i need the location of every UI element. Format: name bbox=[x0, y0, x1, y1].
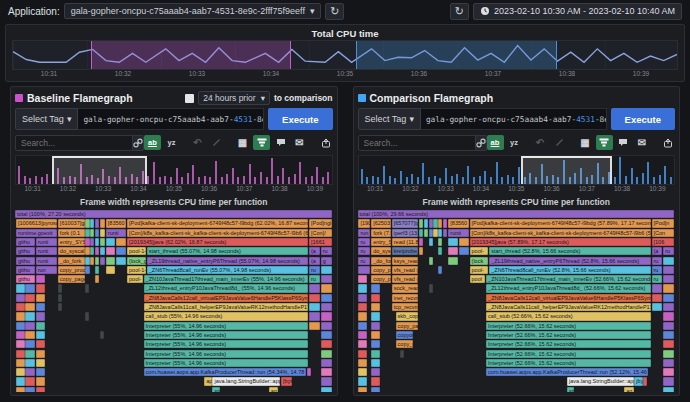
flame-frame[interactable] bbox=[90, 247, 94, 255]
flame-frame[interactable] bbox=[307, 368, 311, 376]
flame-frame[interactable]: fork (0.1 bbox=[58, 229, 85, 237]
flame-frame[interactable] bbox=[95, 219, 99, 227]
flame-frame[interactable]: [Pod]kafka-client-sk-deployment-6749f48c… bbox=[470, 219, 651, 227]
flame-frame[interactable] bbox=[419, 219, 423, 227]
timeline-chart[interactable] bbox=[12, 40, 678, 70]
flame-frame[interactable] bbox=[358, 377, 367, 385]
flame-frame[interactable] bbox=[90, 257, 94, 265]
flame-frame[interactable]: ag bbox=[269, 387, 279, 392]
flame-frame[interactable] bbox=[371, 350, 380, 358]
flame-frame[interactable]: Interpreter (55%, 14.96 seconds) bbox=[144, 331, 308, 339]
flame-frame[interactable] bbox=[321, 284, 332, 292]
flame-frame[interactable] bbox=[90, 229, 94, 237]
flame-frame[interactable]: vfs_read ( bbox=[392, 275, 418, 283]
flame-frame[interactable] bbox=[100, 247, 105, 255]
flame-frame[interactable] bbox=[36, 303, 46, 311]
flame-frame[interactable] bbox=[663, 350, 674, 358]
flame-frame[interactable] bbox=[106, 257, 116, 265]
flame-frame[interactable] bbox=[663, 377, 674, 385]
execute-button[interactable]: Execute bbox=[268, 108, 332, 130]
flame-frame[interactable]: [610037]gala bbox=[58, 219, 85, 227]
flame-frame[interactable] bbox=[663, 284, 674, 292]
flame-frame[interactable]: _ZN6Thread8call_runEv (55.07%, 14.98 sec… bbox=[147, 266, 308, 274]
flame-frame[interactable]: pool- bbox=[470, 247, 489, 255]
flame-frame[interactable] bbox=[448, 247, 458, 255]
flame-frame[interactable] bbox=[16, 322, 25, 330]
flame-frame[interactable] bbox=[419, 229, 423, 237]
flame-frame[interactable] bbox=[321, 312, 332, 320]
export-icon[interactable] bbox=[660, 135, 677, 150]
flame-frame[interactable] bbox=[85, 284, 89, 292]
flame-frame[interactable]: entry_SYS bbox=[371, 238, 391, 246]
flame-frame[interactable]: ru bbox=[321, 247, 332, 255]
flame-frame[interactable]: [83560 bbox=[106, 219, 126, 227]
flame-frame[interactable] bbox=[25, 312, 34, 320]
flame-frame[interactable] bbox=[419, 247, 423, 255]
flame-frame[interactable] bbox=[36, 340, 46, 348]
undo-icon[interactable]: ↶ bbox=[189, 135, 206, 150]
flame-frame[interactable] bbox=[100, 257, 105, 265]
flame-frame[interactable]: do_syscal bbox=[371, 247, 391, 255]
flame-frame[interactable]: copy_page bbox=[396, 322, 419, 330]
flame-frame[interactable] bbox=[429, 257, 433, 265]
flame-frame[interactable] bbox=[85, 312, 89, 320]
flame-frame[interactable]: sm bbox=[212, 387, 219, 392]
flame-frame[interactable]: run bbox=[36, 266, 57, 274]
flame-frame[interactable] bbox=[116, 257, 126, 265]
flame-frame[interactable]: tcp_recvmsg bbox=[392, 303, 418, 311]
flame-frame[interactable]: pool bbox=[470, 275, 486, 283]
flame-frame[interactable] bbox=[459, 238, 469, 246]
flame-frame[interactable]: total (100%, 29.66 seconds) bbox=[358, 210, 675, 218]
flame-frame[interactable] bbox=[36, 387, 46, 392]
flame-frame[interactable] bbox=[371, 312, 380, 320]
flame-frame[interactable] bbox=[106, 238, 116, 246]
flame-frame[interactable] bbox=[16, 350, 25, 358]
flame-frame[interactable] bbox=[358, 303, 367, 311]
table-view-icon[interactable]: ▦ bbox=[577, 135, 594, 150]
flame-frame[interactable]: ru bbox=[309, 266, 320, 274]
flame-frame[interactable] bbox=[16, 312, 25, 320]
flame-frame[interactable] bbox=[90, 238, 94, 246]
flame-frame[interactable]: [Pod]kafka-client-sk-deployment-6749f48c… bbox=[127, 219, 308, 227]
flame-frame[interactable] bbox=[16, 331, 25, 339]
flame-frame[interactable] bbox=[309, 312, 320, 320]
flame-frame[interactable] bbox=[371, 294, 380, 302]
flame-frame[interactable] bbox=[85, 257, 89, 265]
flame-frame[interactable]: _ZN6Thread8call_runEv (52.8%, 15.66 seco… bbox=[489, 266, 650, 274]
flame-frame[interactable] bbox=[438, 238, 442, 246]
flame-frame[interactable] bbox=[358, 266, 370, 274]
flame-frame[interactable] bbox=[429, 284, 433, 292]
flame-frame[interactable] bbox=[371, 368, 380, 376]
search-input[interactable] bbox=[15, 135, 133, 151]
flame-frame[interactable]: ksys_read (0 bbox=[392, 257, 418, 265]
flame-frame[interactable] bbox=[663, 331, 674, 339]
flame-frame[interactable] bbox=[419, 238, 423, 246]
flame-frame[interactable] bbox=[321, 340, 332, 348]
flame-frame[interactable] bbox=[100, 238, 105, 246]
flame-frame[interactable]: _ZL19thread_native_entryP6Thread (52.8%,… bbox=[489, 257, 650, 265]
flame-frame[interactable] bbox=[358, 340, 367, 348]
flame-frame[interactable] bbox=[321, 377, 332, 385]
execute-button[interactable]: Execute bbox=[611, 108, 675, 130]
flame-frame[interactable]: run bbox=[358, 229, 370, 237]
flame-frame[interactable] bbox=[663, 257, 674, 265]
comparison-minichart[interactable] bbox=[358, 155, 676, 185]
flame-frame[interactable]: [657077]iperf3 (14 bbox=[392, 219, 418, 227]
flame-frame[interactable] bbox=[16, 387, 25, 392]
flame-frame[interactable]: [byte_d bbox=[281, 377, 292, 385]
flame-frame[interactable] bbox=[663, 340, 674, 348]
flame-frame[interactable] bbox=[16, 377, 25, 385]
flame-frame[interactable] bbox=[321, 368, 332, 376]
flame-frame[interactable]: [2019345]java (62.02%, 16.87 seconds) bbox=[127, 238, 308, 246]
flame-frame[interactable]: _ZL19thread_native_entryP6Thread (55.07%… bbox=[147, 257, 308, 265]
flame-frame[interactable]: sm bbox=[567, 387, 574, 392]
flame-frame[interactable]: Interpreter (55%, 14.96 seconds) bbox=[144, 350, 308, 358]
flame-frame[interactable] bbox=[371, 387, 380, 392]
flame-frame[interactable]: jbyt bbox=[634, 377, 642, 385]
flame-frame[interactable]: start_thread (52.8%, 15.66 seconds) bbox=[489, 247, 650, 255]
comment-icon[interactable] bbox=[615, 135, 632, 150]
flame-frame[interactable]: [Pod]n bbox=[652, 219, 675, 227]
refresh-data-button[interactable]: ↻ bbox=[450, 3, 469, 20]
flame-frame[interactable]: [2019345]java (57.89%, 17.17 seconds) bbox=[470, 238, 651, 246]
flame-frame[interactable] bbox=[25, 340, 34, 348]
